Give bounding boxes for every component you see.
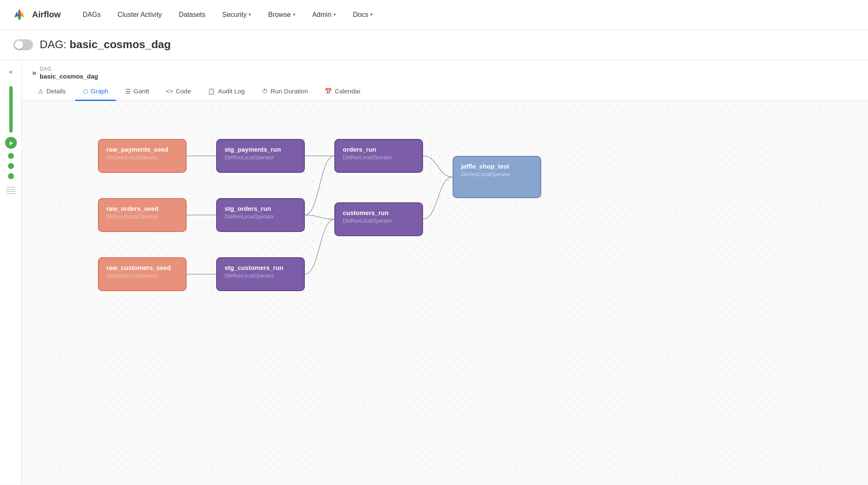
graph-icon: ⬡ xyxy=(83,88,88,95)
dag-canvas: raw_payments_seed DbtSeedLocalOperator r… xyxy=(22,101,868,485)
sidebar-lines xyxy=(6,187,16,194)
tab-gantt[interactable]: ☰ Gantt xyxy=(118,82,157,101)
breadcrumb-parent: DAG xyxy=(40,66,98,72)
sidebar-play-button[interactable] xyxy=(5,137,17,149)
node-title-stg_payments_run: stg_payments_run xyxy=(225,146,296,153)
node-subtitle-stg_customers_run: DbtRunLocalOperator xyxy=(225,273,296,279)
tab-gantt-label: Gantt xyxy=(134,87,149,95)
dag-node-stg_payments_run[interactable]: stg_payments_run DbtRunLocalOperator xyxy=(216,139,305,173)
details-icon: ⚠ xyxy=(38,88,43,95)
sidebar-dot-1 xyxy=(8,153,14,159)
tab-details-label: Details xyxy=(46,87,66,95)
gantt-icon: ☰ xyxy=(125,88,131,95)
connector-stg_orders_run-orders_run xyxy=(305,156,334,215)
sidebar-progress-bar xyxy=(9,86,13,133)
page-title: DAG: basic_cosmos_dag xyxy=(40,38,171,51)
node-title-customers_run: customers_run xyxy=(343,209,415,216)
dag-node-orders_run[interactable]: orders_run DbtRunLocalOperator xyxy=(334,139,423,173)
breadcrumb-arrows: » xyxy=(32,68,36,77)
page-header: DAG: basic_cosmos_dag xyxy=(0,30,868,60)
node-subtitle-raw_orders_seed: DbtSeedLocalOperator xyxy=(106,214,178,220)
tab-run-duration[interactable]: ⏱ Run Duration xyxy=(254,82,315,101)
dag-node-customers_run[interactable]: customers_run DbtRunLocalOperator xyxy=(334,202,423,236)
breadcrumb-inner: DAG basic_cosmos_dag xyxy=(40,66,98,80)
tab-calendar[interactable]: 📅 Calendar xyxy=(317,82,368,101)
node-title-raw_customers_seed: raw_customers_seed xyxy=(106,264,178,271)
tab-run-duration-label: Run Duration xyxy=(271,87,308,95)
dag-toggle[interactable] xyxy=(14,39,33,50)
svg-point-0 xyxy=(18,13,21,16)
node-subtitle-raw_payments_seed: DbtSeedLocalOperator xyxy=(106,155,178,161)
nav-dags[interactable]: DAGs xyxy=(74,0,109,30)
nav-cluster-activity[interactable]: Cluster Activity xyxy=(109,0,170,30)
tab-code[interactable]: <> Code xyxy=(158,82,198,101)
tab-details[interactable]: ⚠ Details xyxy=(30,82,73,101)
navbar: Airflow DAGs Cluster Activity Datasets S… xyxy=(0,0,868,30)
connector-orders_run-jaffle_shop_test xyxy=(423,156,453,177)
sidebar-dot-2 xyxy=(8,163,14,169)
content-area: » DAG basic_cosmos_dag ⚠ Details ⬡ Graph… xyxy=(22,60,868,485)
node-title-jaffle_shop_test: jaffle_shop_test xyxy=(461,163,533,170)
graph-area: raw_payments_seed DbtSeedLocalOperator r… xyxy=(22,101,868,485)
node-subtitle-customers_run: DbtRunLocalOperator xyxy=(343,218,415,224)
tab-audit-log-label: Audit Log xyxy=(218,87,244,95)
dag-node-raw_customers_seed[interactable]: raw_customers_seed DbtSeedLocalOperator xyxy=(98,257,187,291)
nav-docs[interactable]: Docs ▾ xyxy=(344,0,381,30)
breadcrumb-dag-name: basic_cosmos_dag xyxy=(40,73,98,80)
tab-audit-log[interactable]: 📋 Audit Log xyxy=(200,82,252,101)
admin-dropdown-arrow: ▾ xyxy=(334,12,336,17)
node-title-orders_run: orders_run xyxy=(343,146,415,153)
calendar-icon: 📅 xyxy=(325,88,332,95)
tab-code-label: Code xyxy=(176,87,191,95)
main-layout: « » DAG basic_cosmos_dag xyxy=(0,60,868,485)
nav-admin[interactable]: Admin ▾ xyxy=(304,0,344,30)
nav-datasets[interactable]: Datasets xyxy=(170,0,214,30)
connector-customers_run-jaffle_shop_test xyxy=(423,177,453,219)
brand-logo[interactable]: Airflow xyxy=(10,5,61,24)
sidebar: « xyxy=(0,60,22,485)
docs-dropdown-arrow: ▾ xyxy=(370,12,373,17)
breadcrumb: » DAG basic_cosmos_dag xyxy=(22,60,868,82)
node-subtitle-stg_payments_run: DbtRunLocalOperator xyxy=(225,155,296,161)
code-icon: <> xyxy=(166,88,173,95)
node-subtitle-jaffle_shop_test: DbtTestLocalOperator xyxy=(461,172,533,177)
node-subtitle-orders_run: DbtRunLocalOperator xyxy=(343,155,415,161)
dag-node-raw_payments_seed[interactable]: raw_payments_seed DbtSeedLocalOperator xyxy=(98,139,187,173)
connector-stg_orders_run-customers_run xyxy=(305,215,334,219)
sidebar-collapse-button[interactable]: « xyxy=(4,65,18,79)
airflow-logo-icon xyxy=(10,5,29,24)
dag-node-stg_orders_run[interactable]: stg_orders_run DbtRunLocalOperator xyxy=(216,198,305,232)
dag-node-raw_orders_seed[interactable]: raw_orders_seed DbtSeedLocalOperator xyxy=(98,198,187,232)
audit-log-icon: 📋 xyxy=(208,88,215,95)
node-subtitle-raw_customers_seed: DbtSeedLocalOperator xyxy=(106,273,178,279)
node-title-raw_payments_seed: raw_payments_seed xyxy=(106,146,178,153)
tab-graph-label: Graph xyxy=(91,87,108,95)
browse-dropdown-arrow: ▾ xyxy=(293,12,296,17)
node-title-raw_orders_seed: raw_orders_seed xyxy=(106,205,178,212)
brand-name: Airflow xyxy=(32,10,61,19)
tab-graph[interactable]: ⬡ Graph xyxy=(75,82,116,101)
sidebar-dot-3 xyxy=(8,173,14,179)
tab-calendar-label: Calendar xyxy=(335,87,361,95)
run-duration-icon: ⏱ xyxy=(262,88,268,95)
dag-node-jaffle_shop_test[interactable]: jaffle_shop_test DbtTestLocalOperator xyxy=(453,156,541,198)
nav-security[interactable]: Security ▾ xyxy=(214,0,260,30)
dag-node-stg_customers_run[interactable]: stg_customers_run DbtRunLocalOperator xyxy=(216,257,305,291)
nav-browse[interactable]: Browse ▾ xyxy=(260,0,304,30)
connector-stg_customers_run-customers_run xyxy=(305,219,334,274)
node-title-stg_customers_run: stg_customers_run xyxy=(225,264,296,271)
node-title-stg_orders_run: stg_orders_run xyxy=(225,205,296,212)
node-subtitle-stg_orders_run: DbtRunLocalOperator xyxy=(225,214,296,220)
tabs-bar: ⚠ Details ⬡ Graph ☰ Gantt <> Code 📋 Audi… xyxy=(22,82,868,101)
security-dropdown-arrow: ▾ xyxy=(249,12,251,17)
